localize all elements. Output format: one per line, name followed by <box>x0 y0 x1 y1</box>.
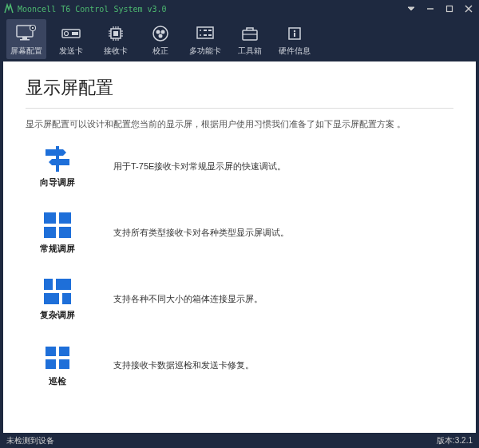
option-label: 巡检 <box>49 375 66 387</box>
toolbox-icon <box>240 22 259 45</box>
info-chip-icon <box>285 22 304 45</box>
titlebar: Mooncell T6 Control System v3.0 <box>0 0 479 18</box>
toolbar-item-multicard[interactable]: 多功能卡 <box>185 19 225 59</box>
option-complex[interactable]: 复杂调屏 <box>26 277 89 321</box>
svg-rect-35 <box>208 30 212 31</box>
option-desc: 用于T-75E接收卡对常规显示屏的快速调试。 <box>113 161 286 172</box>
svg-rect-49 <box>44 293 59 304</box>
svg-rect-53 <box>46 359 56 369</box>
status-right: 版本:3.2.1 <box>437 435 473 446</box>
toolbar-item-screen-config[interactable]: 屏幕配置 <box>6 19 46 59</box>
toolbar-item-label: 工具箱 <box>238 46 262 57</box>
svg-point-26 <box>153 26 168 41</box>
toolbar-item-hardware-info[interactable]: 硬件信息 <box>275 19 315 59</box>
option-label: 复杂调屏 <box>40 309 75 321</box>
drive-icon <box>61 22 81 45</box>
option-desc: 支持所有类型接收卡对各种类型显示屏调试。 <box>113 227 289 239</box>
monitor-gear-icon <box>15 22 38 45</box>
toolbar-item-calibration[interactable]: 校正 <box>141 19 180 59</box>
svg-rect-41 <box>294 33 295 37</box>
svg-rect-43 <box>44 212 56 224</box>
svg-point-27 <box>156 30 160 34</box>
option-label: 常规调屏 <box>40 243 75 255</box>
statusbar: 未检测到设备 版本:3.2.1 <box>0 433 479 448</box>
svg-rect-45 <box>44 227 56 238</box>
toolbar-item-receive-card[interactable]: 接收卡 <box>96 19 136 59</box>
toolbar-item-label: 屏幕配置 <box>10 46 42 57</box>
option-wizard[interactable]: 向导调屏 <box>26 145 89 188</box>
svg-rect-46 <box>59 227 71 238</box>
svg-rect-50 <box>62 293 71 304</box>
svg-rect-51 <box>46 347 56 356</box>
svg-rect-52 <box>59 347 69 356</box>
svg-rect-48 <box>56 279 71 290</box>
module-icon <box>196 22 215 45</box>
svg-rect-5 <box>22 37 27 39</box>
main-content: 显示屏配置 显示屏配置可以设计和配置您当前的显示屏，根据用户使用习惯我们准备了如… <box>3 61 476 433</box>
close-button[interactable] <box>461 2 476 16</box>
toolbar-item-send-card[interactable]: 发送卡 <box>51 19 91 59</box>
toolbar-item-label: 发送卡 <box>59 46 83 57</box>
option-row: 巡检 支持接收卡数据巡检和发送卡修复。 <box>26 343 453 387</box>
option-row: 复杂调屏 支持各种不同大小的箱体连接显示屏。 <box>26 277 453 321</box>
window-title: Mooncell T6 Control System v3.0 <box>18 5 167 14</box>
svg-rect-33 <box>204 30 207 31</box>
chip-icon <box>106 22 125 45</box>
toolbar-item-label: 接收卡 <box>104 46 128 57</box>
svg-point-31 <box>200 30 201 31</box>
option-label: 向导调屏 <box>40 176 75 188</box>
toolbar: 屏幕配置 发送卡 接收卡 校正 多功能卡 工具箱 硬件信息 <box>0 18 479 61</box>
signpost-icon <box>41 145 74 173</box>
option-inspect[interactable]: 巡检 <box>26 343 89 387</box>
toolbar-item-label: 硬件信息 <box>279 46 311 57</box>
toolbar-item-toolbox[interactable]: 工具箱 <box>230 19 270 59</box>
minimize-button[interactable] <box>423 2 437 16</box>
app-logo-icon <box>3 3 14 14</box>
svg-rect-54 <box>59 359 69 369</box>
svg-rect-47 <box>44 279 53 290</box>
page-title: 显示屏配置 <box>26 76 453 109</box>
option-row: 常规调屏 支持所有类型接收卡对各种类型显示屏调试。 <box>26 211 453 255</box>
svg-point-10 <box>65 31 69 35</box>
svg-rect-1 <box>447 6 453 12</box>
svg-point-29 <box>159 34 163 38</box>
page-description: 显示屏配置可以设计和配置您当前的显示屏，根据用户使用习惯我们准备了如下显示屏配置… <box>26 118 453 130</box>
grid-uneven-icon <box>41 277 74 306</box>
svg-rect-37 <box>243 30 257 40</box>
svg-rect-36 <box>208 34 212 36</box>
dropdown-icon[interactable] <box>404 2 418 16</box>
option-desc: 支持接收卡数据巡检和发送卡修复。 <box>113 359 254 371</box>
toolbar-item-label: 多功能卡 <box>189 46 221 57</box>
grid-small-icon <box>41 343 74 372</box>
option-standard[interactable]: 常规调屏 <box>26 211 89 255</box>
svg-rect-34 <box>204 34 207 36</box>
svg-point-32 <box>200 34 201 36</box>
svg-point-8 <box>32 26 34 28</box>
svg-rect-11 <box>72 32 78 35</box>
status-left: 未检测到设备 <box>6 435 54 446</box>
svg-point-40 <box>294 30 295 31</box>
svg-point-28 <box>161 30 165 34</box>
maximize-button[interactable] <box>442 2 457 16</box>
toolbar-item-label: 校正 <box>152 46 168 57</box>
svg-rect-13 <box>113 31 118 36</box>
svg-rect-6 <box>20 39 30 41</box>
grid-even-icon <box>41 211 74 240</box>
svg-rect-44 <box>59 212 71 224</box>
calibration-icon <box>151 22 170 45</box>
option-row: 向导调屏 用于T-75E接收卡对常规显示屏的快速调试。 <box>26 145 453 188</box>
option-desc: 支持各种不同大小的箱体连接显示屏。 <box>113 293 263 305</box>
svg-rect-30 <box>197 27 213 38</box>
